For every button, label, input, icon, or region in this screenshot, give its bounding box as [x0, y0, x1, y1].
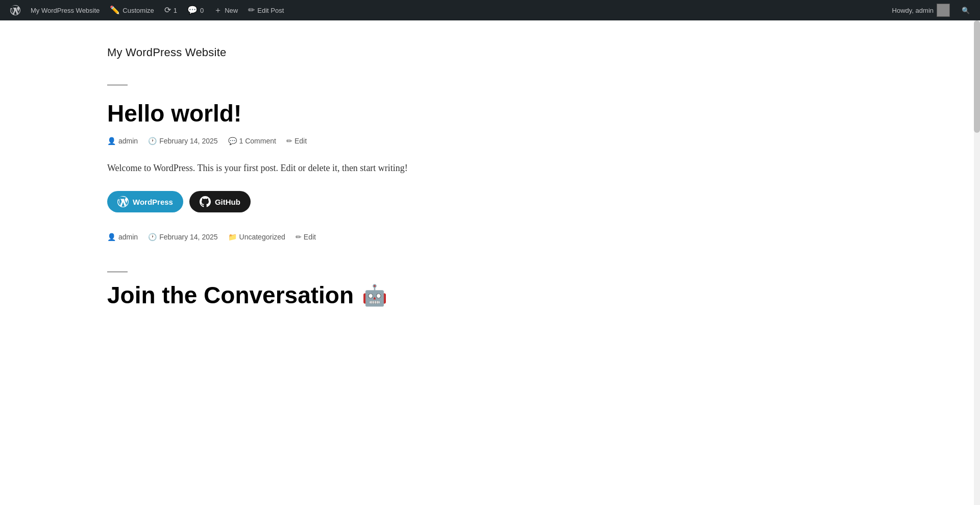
pencil-icon: ✏️: [110, 6, 120, 14]
updates-icon: ⟳: [164, 6, 171, 14]
second-post: Join the Conversation 🤖: [107, 272, 867, 308]
post-meta-bottom: 👤 admin 🕐 February 14, 2025 📁 Uncategori…: [107, 233, 867, 241]
admin-bar: My WordPress Website ✏️ Customize ⟳ 1 💬 …: [0, 0, 980, 20]
plus-icon: ＋: [214, 6, 222, 14]
post-divider: [107, 85, 128, 85]
site-header: My WordPress Website: [0, 20, 974, 75]
post-comments-link[interactable]: 1 Comment: [239, 137, 276, 145]
post-date-meta-bottom: 🕐 February 14, 2025: [148, 233, 217, 241]
adminbar-right: Howdy, admin 🔍: [888, 4, 975, 17]
wordpress-button[interactable]: WordPress: [107, 191, 183, 212]
post-content: Welcome to WordPress. This is your first…: [107, 160, 867, 176]
author-icon-bottom: 👤: [107, 233, 116, 241]
post-edit-link-bottom[interactable]: ✏ Edit: [296, 233, 316, 241]
post-category-meta: 📁 Uncategorized: [228, 233, 285, 241]
comments-icon: 💬: [187, 6, 198, 14]
second-post-title: Join the Conversation 🤖: [107, 282, 867, 308]
edit-icon: ✏: [248, 6, 255, 14]
mascot-icon: 🤖: [362, 284, 387, 306]
adminbar-comments[interactable]: 💬 0: [182, 0, 209, 20]
adminbar-site-name[interactable]: My WordPress Website: [26, 0, 105, 20]
adminbar-updates[interactable]: ⟳ 1: [159, 0, 182, 20]
post-title: Hello world!: [107, 101, 867, 127]
pencil-edit-icon: ✏: [286, 137, 292, 145]
clock-icon-bottom: 🕐: [148, 233, 157, 241]
post-body-text: Welcome to WordPress. This is your first…: [107, 160, 867, 176]
clock-icon: 🕐: [148, 137, 157, 145]
post-meta-top: 👤 admin 🕐 February 14, 2025 💬 1 Comment …: [107, 137, 867, 145]
pencil-edit-icon-bottom: ✏: [296, 233, 302, 241]
post-date: February 14, 2025: [159, 137, 217, 145]
post-buttons: WordPress GitHub: [107, 191, 867, 212]
search-icon: 🔍: [962, 7, 970, 14]
github-button-label: GitHub: [215, 198, 240, 206]
post-author-link-bottom[interactable]: admin: [118, 233, 138, 241]
adminbar-customize[interactable]: ✏️ Customize: [105, 0, 159, 20]
post-author-meta-bottom: 👤 admin: [107, 233, 138, 241]
second-divider: [107, 272, 128, 272]
adminbar-howdy[interactable]: Howdy, admin: [888, 4, 954, 17]
adminbar-new[interactable]: ＋ New: [209, 0, 243, 20]
wp-logo-button[interactable]: [5, 0, 26, 20]
post-author-meta: 👤 admin: [107, 137, 138, 145]
adminbar-edit-post[interactable]: ✏ Edit Post: [243, 0, 289, 20]
page-wrapper: My WordPress Website Hello world! 👤 admi…: [0, 20, 980, 339]
avatar: [937, 4, 950, 17]
site-title: My WordPress Website: [107, 46, 867, 59]
post-date-bottom: February 14, 2025: [159, 233, 217, 241]
comment-icon: 💬: [228, 137, 237, 145]
github-button[interactable]: GitHub: [189, 191, 251, 212]
adminbar-search-button[interactable]: 🔍: [957, 7, 975, 14]
author-icon: 👤: [107, 137, 116, 145]
post-edit-meta-top: ✏ Edit: [286, 137, 307, 145]
post-edit-link-top[interactable]: ✏ Edit: [286, 137, 307, 145]
post-date-meta: 🕐 February 14, 2025: [148, 137, 217, 145]
scrollbar-thumb[interactable]: [974, 20, 980, 133]
post-article: Hello world! 👤 admin 🕐 February 14, 2025…: [107, 85, 867, 241]
post-author-link[interactable]: admin: [118, 137, 138, 145]
scrollbar[interactable]: [974, 20, 980, 339]
wordpress-button-label: WordPress: [133, 198, 173, 206]
post-category-link[interactable]: Uncategorized: [239, 233, 285, 241]
folder-icon: 📁: [228, 233, 237, 241]
site-main: Hello world! 👤 admin 🕐 February 14, 2025…: [0, 85, 974, 339]
post-edit-meta-bottom: ✏ Edit: [296, 233, 316, 241]
post-comments-meta: 💬 1 Comment: [228, 137, 276, 145]
